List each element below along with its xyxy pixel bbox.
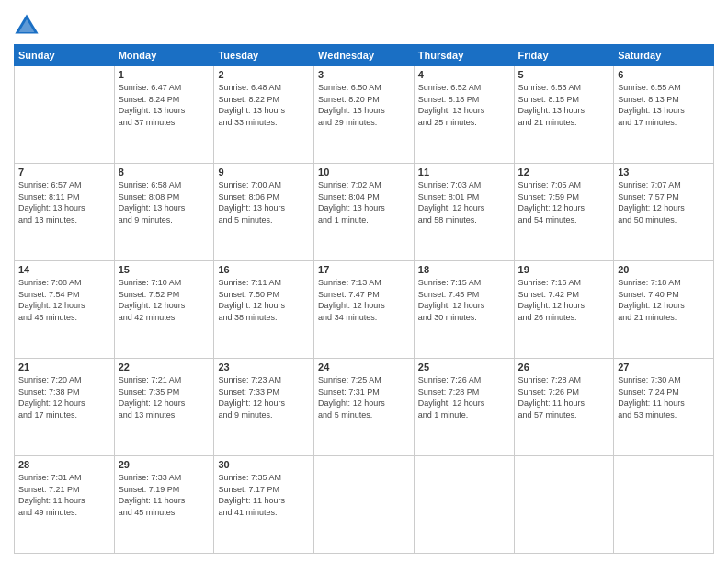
weekday-header-monday: Monday [114, 45, 214, 66]
calendar-cell: 27Sunrise: 7:30 AM Sunset: 7:24 PM Dayli… [614, 359, 714, 456]
calendar-cell: 8Sunrise: 6:58 AM Sunset: 8:08 PM Daylig… [114, 164, 214, 261]
calendar-cell: 17Sunrise: 7:13 AM Sunset: 7:47 PM Dayli… [314, 261, 415, 359]
calendar-cell: 15Sunrise: 7:10 AM Sunset: 7:52 PM Dayli… [114, 261, 214, 359]
weekday-header-sunday: Sunday [15, 45, 115, 66]
day-number: 16 [218, 264, 310, 275]
day-info: Sunrise: 6:55 AM Sunset: 8:13 PM Dayligh… [618, 82, 710, 128]
day-number: 5 [518, 69, 610, 80]
day-info: Sunrise: 7:00 AM Sunset: 8:06 PM Dayligh… [218, 179, 310, 225]
day-info: Sunrise: 7:30 AM Sunset: 7:24 PM Dayligh… [618, 374, 710, 420]
day-number: 28 [18, 459, 110, 470]
day-info: Sunrise: 7:05 AM Sunset: 7:59 PM Dayligh… [518, 179, 610, 225]
day-info: Sunrise: 7:21 AM Sunset: 7:35 PM Dayligh… [119, 374, 210, 420]
calendar-cell: 5Sunrise: 6:53 AM Sunset: 8:15 PM Daylig… [514, 66, 614, 164]
calendar-cell: 21Sunrise: 7:20 AM Sunset: 7:38 PM Dayli… [15, 359, 115, 456]
day-info: Sunrise: 6:50 AM Sunset: 8:20 PM Dayligh… [318, 82, 410, 128]
calendar-cell: 26Sunrise: 7:28 AM Sunset: 7:26 PM Dayli… [514, 359, 614, 456]
calendar-cell: 20Sunrise: 7:18 AM Sunset: 7:40 PM Dayli… [614, 261, 714, 359]
day-info: Sunrise: 7:10 AM Sunset: 7:52 PM Dayligh… [119, 277, 210, 323]
day-info: Sunrise: 6:48 AM Sunset: 8:22 PM Dayligh… [218, 82, 310, 128]
day-number: 21 [18, 362, 110, 373]
day-number: 2 [218, 69, 310, 80]
day-number: 25 [418, 362, 510, 373]
calendar-cell: 9Sunrise: 7:00 AM Sunset: 8:06 PM Daylig… [214, 164, 314, 261]
logo-icon [14, 13, 40, 39]
calendar-cell: 23Sunrise: 7:23 AM Sunset: 7:33 PM Dayli… [214, 359, 314, 456]
calendar-cell: 11Sunrise: 7:03 AM Sunset: 8:01 PM Dayli… [414, 164, 514, 261]
day-info: Sunrise: 7:23 AM Sunset: 7:33 PM Dayligh… [218, 374, 310, 420]
weekday-header-wednesday: Wednesday [314, 45, 415, 66]
calendar-cell: 12Sunrise: 7:05 AM Sunset: 7:59 PM Dayli… [514, 164, 614, 261]
day-number: 20 [618, 264, 710, 275]
calendar-cell [514, 456, 614, 554]
day-info: Sunrise: 7:03 AM Sunset: 8:01 PM Dayligh… [418, 179, 510, 225]
calendar-cell: 3Sunrise: 6:50 AM Sunset: 8:20 PM Daylig… [314, 66, 415, 164]
day-number: 19 [518, 264, 610, 275]
calendar-cell: 28Sunrise: 7:31 AM Sunset: 7:21 PM Dayli… [15, 456, 115, 554]
day-info: Sunrise: 6:47 AM Sunset: 8:24 PM Dayligh… [119, 82, 210, 128]
calendar-cell [15, 66, 115, 164]
calendar-cell: 14Sunrise: 7:08 AM Sunset: 7:54 PM Dayli… [15, 261, 115, 359]
day-number: 23 [218, 362, 310, 373]
day-number: 6 [618, 69, 710, 80]
day-number: 9 [218, 167, 310, 178]
day-info: Sunrise: 7:18 AM Sunset: 7:40 PM Dayligh… [618, 277, 710, 323]
calendar-cell: 6Sunrise: 6:55 AM Sunset: 8:13 PM Daylig… [614, 66, 714, 164]
day-number: 13 [618, 167, 710, 178]
day-info: Sunrise: 6:53 AM Sunset: 8:15 PM Dayligh… [518, 82, 610, 128]
weekday-header-saturday: Saturday [614, 45, 714, 66]
day-info: Sunrise: 7:25 AM Sunset: 7:31 PM Dayligh… [318, 374, 410, 420]
day-info: Sunrise: 7:20 AM Sunset: 7:38 PM Dayligh… [18, 374, 110, 420]
week-row-5: 28Sunrise: 7:31 AM Sunset: 7:21 PM Dayli… [15, 456, 714, 554]
day-info: Sunrise: 7:33 AM Sunset: 7:19 PM Dayligh… [119, 472, 210, 518]
calendar-cell: 13Sunrise: 7:07 AM Sunset: 7:57 PM Dayli… [614, 164, 714, 261]
calendar-cell: 24Sunrise: 7:25 AM Sunset: 7:31 PM Dayli… [314, 359, 415, 456]
calendar-cell: 4Sunrise: 6:52 AM Sunset: 8:18 PM Daylig… [414, 66, 514, 164]
day-number: 18 [418, 264, 510, 275]
day-number: 10 [318, 167, 410, 178]
day-info: Sunrise: 7:35 AM Sunset: 7:17 PM Dayligh… [218, 472, 310, 518]
day-info: Sunrise: 7:16 AM Sunset: 7:42 PM Dayligh… [518, 277, 610, 323]
calendar-cell: 7Sunrise: 6:57 AM Sunset: 8:11 PM Daylig… [15, 164, 115, 261]
calendar-cell [414, 456, 514, 554]
calendar-table: SundayMondayTuesdayWednesdayThursdayFrid… [14, 44, 714, 554]
calendar-cell: 2Sunrise: 6:48 AM Sunset: 8:22 PM Daylig… [214, 66, 314, 164]
day-number: 26 [518, 362, 610, 373]
weekday-header-friday: Friday [514, 45, 614, 66]
day-number: 1 [119, 69, 210, 80]
day-number: 27 [618, 362, 710, 373]
week-row-3: 14Sunrise: 7:08 AM Sunset: 7:54 PM Dayli… [15, 261, 714, 359]
day-number: 30 [218, 459, 310, 470]
logo [14, 13, 43, 39]
day-number: 15 [119, 264, 210, 275]
day-info: Sunrise: 7:31 AM Sunset: 7:21 PM Dayligh… [18, 472, 110, 518]
day-info: Sunrise: 7:13 AM Sunset: 7:47 PM Dayligh… [318, 277, 410, 323]
calendar-cell: 29Sunrise: 7:33 AM Sunset: 7:19 PM Dayli… [114, 456, 214, 554]
calendar-cell [614, 456, 714, 554]
day-info: Sunrise: 7:08 AM Sunset: 7:54 PM Dayligh… [18, 277, 110, 323]
weekday-header-thursday: Thursday [414, 45, 514, 66]
calendar-cell: 18Sunrise: 7:15 AM Sunset: 7:45 PM Dayli… [414, 261, 514, 359]
day-number: 24 [318, 362, 410, 373]
weekday-header-row: SundayMondayTuesdayWednesdayThursdayFrid… [15, 45, 714, 66]
day-info: Sunrise: 6:52 AM Sunset: 8:18 PM Dayligh… [418, 82, 510, 128]
day-number: 11 [418, 167, 510, 178]
day-info: Sunrise: 7:07 AM Sunset: 7:57 PM Dayligh… [618, 179, 710, 225]
calendar-cell: 16Sunrise: 7:11 AM Sunset: 7:50 PM Dayli… [214, 261, 314, 359]
day-info: Sunrise: 7:28 AM Sunset: 7:26 PM Dayligh… [518, 374, 610, 420]
page: SundayMondayTuesdayWednesdayThursdayFrid… [0, 0, 728, 563]
day-info: Sunrise: 6:57 AM Sunset: 8:11 PM Dayligh… [18, 179, 110, 225]
day-info: Sunrise: 7:15 AM Sunset: 7:45 PM Dayligh… [418, 277, 510, 323]
day-info: Sunrise: 6:58 AM Sunset: 8:08 PM Dayligh… [119, 179, 210, 225]
day-number: 3 [318, 69, 410, 80]
day-info: Sunrise: 7:02 AM Sunset: 8:04 PM Dayligh… [318, 179, 410, 225]
calendar-cell: 10Sunrise: 7:02 AM Sunset: 8:04 PM Dayli… [314, 164, 415, 261]
day-number: 8 [119, 167, 210, 178]
calendar-cell: 30Sunrise: 7:35 AM Sunset: 7:17 PM Dayli… [214, 456, 314, 554]
day-number: 14 [18, 264, 110, 275]
day-info: Sunrise: 7:26 AM Sunset: 7:28 PM Dayligh… [418, 374, 510, 420]
day-number: 17 [318, 264, 410, 275]
calendar-cell: 19Sunrise: 7:16 AM Sunset: 7:42 PM Dayli… [514, 261, 614, 359]
week-row-1: 1Sunrise: 6:47 AM Sunset: 8:24 PM Daylig… [15, 66, 714, 164]
day-info: Sunrise: 7:11 AM Sunset: 7:50 PM Dayligh… [218, 277, 310, 323]
